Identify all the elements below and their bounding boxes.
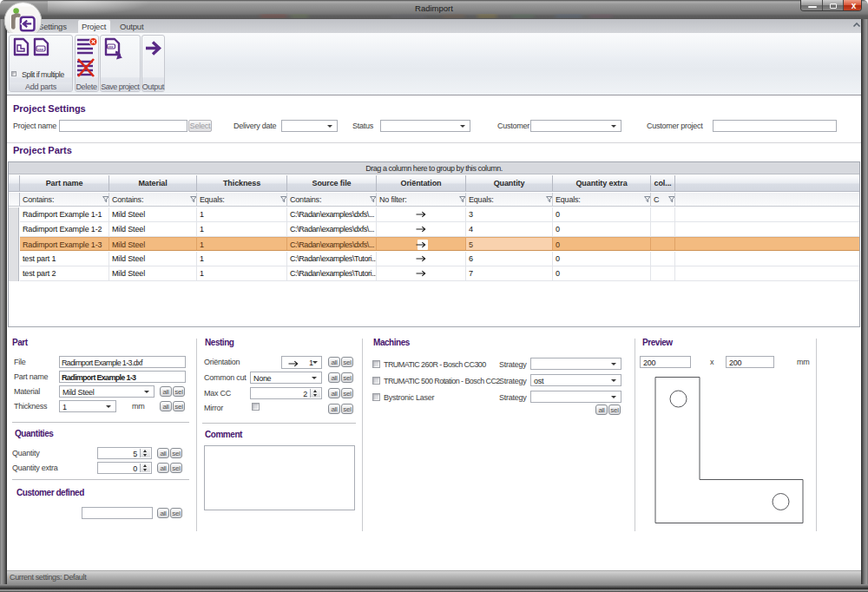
svg-text:csv: csv (37, 47, 44, 51)
svg-text:csv: csv (108, 45, 114, 49)
